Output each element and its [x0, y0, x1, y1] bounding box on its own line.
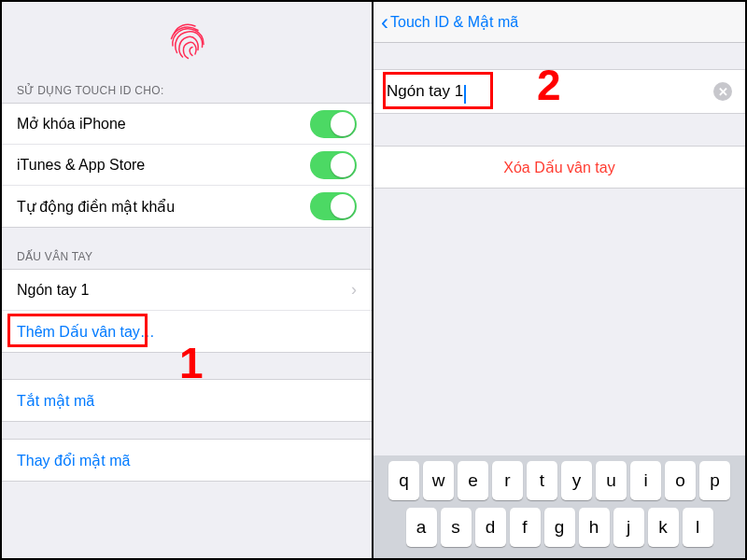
passcode-off-group: Tắt mật mã: [2, 379, 372, 422]
row-add-fingerprint[interactable]: Thêm Dấu vân tay…: [2, 311, 372, 352]
key-w[interactable]: w: [423, 461, 454, 500]
touchid-toggles-group: Mở khóa iPhone iTunes & App Store Tự độn…: [2, 103, 372, 228]
delete-label: Xóa Dấu vân tay: [374, 159, 745, 176]
chevron-left-icon: ‹: [381, 11, 388, 34]
fingerprints-group: Ngón tay 1 › Thêm Dấu vân tay…: [2, 269, 372, 353]
keyboard-row-2: a s d f g h j k l: [376, 508, 742, 547]
delete-fingerprint-button[interactable]: Xóa Dấu vân tay: [374, 146, 745, 189]
key-g[interactable]: g: [544, 508, 575, 547]
key-q[interactable]: q: [388, 461, 419, 500]
key-j[interactable]: j: [613, 508, 644, 547]
key-y[interactable]: y: [561, 461, 592, 500]
close-icon: ✕: [718, 85, 728, 99]
row-unlock-iphone[interactable]: Mở khóa iPhone: [2, 104, 372, 145]
key-o[interactable]: o: [665, 461, 696, 500]
keyboard-row-1: q w e r t y u i o p: [376, 461, 742, 500]
ios-keyboard[interactable]: q w e r t y u i o p a s d f g h j k l: [374, 455, 745, 558]
fingerprint-icon: [164, 18, 209, 63]
key-p[interactable]: p: [699, 461, 730, 500]
key-u[interactable]: u: [596, 461, 627, 500]
row-turn-off-passcode[interactable]: Tắt mật mã: [2, 380, 372, 421]
key-f[interactable]: f: [510, 508, 541, 547]
chevron-right-icon: ›: [351, 280, 357, 300]
row-link: Tắt mật mã: [17, 392, 94, 410]
back-button[interactable]: ‹ Touch ID & Mật mã: [381, 11, 518, 34]
row-label: iTunes & App Store: [17, 157, 310, 174]
row-link: Thay đổi mật mã: [17, 452, 130, 469]
key-h[interactable]: h: [579, 508, 610, 547]
tutorial-composite: SỬ DỤNG TOUCH ID CHO: Mở khóa iPhone iTu…: [0, 0, 747, 560]
key-s[interactable]: s: [441, 508, 472, 547]
back-label: Touch ID & Mật mã: [390, 13, 518, 31]
fingerprint-detail-screen: ‹ Touch ID & Mật mã Ngón tay 1 ✕ Xóa Dấu…: [374, 2, 745, 558]
row-change-passcode[interactable]: Thay đổi mật mã: [2, 440, 372, 481]
row-autofill-password[interactable]: Tự động điền mật khẩu: [2, 186, 372, 227]
fingerprint-name-text: Ngón tay 1: [387, 82, 463, 101]
settings-touchid-screen: SỬ DỤNG TOUCH ID CHO: Mở khóa iPhone iTu…: [2, 2, 374, 558]
toggle-switch[interactable]: [310, 110, 357, 138]
key-e[interactable]: e: [458, 461, 488, 500]
row-link: Thêm Dấu vân tay…: [17, 323, 155, 341]
row-label: Mở khóa iPhone: [17, 115, 310, 133]
row-itunes-appstore[interactable]: iTunes & App Store: [2, 145, 372, 186]
passcode-change-group: Thay đổi mật mã: [2, 439, 372, 482]
toggle-switch[interactable]: [310, 151, 357, 179]
key-a[interactable]: a: [406, 508, 437, 547]
fingerprint-hero: [2, 2, 372, 78]
section-header-use-touchid: SỬ DỤNG TOUCH ID CHO:: [2, 78, 372, 103]
row-label: Tự động điền mật khẩu: [17, 198, 310, 216]
fingerprint-name-row[interactable]: Ngón tay 1 ✕: [374, 69, 745, 114]
row-fingerprint-1[interactable]: Ngón tay 1 ›: [2, 270, 372, 311]
key-k[interactable]: k: [648, 508, 679, 547]
key-r[interactable]: r: [492, 461, 523, 500]
navbar: ‹ Touch ID & Mật mã: [374, 2, 745, 43]
row-label: Ngón tay 1: [17, 282, 351, 299]
clear-text-button[interactable]: ✕: [713, 82, 732, 101]
key-l[interactable]: l: [683, 508, 713, 547]
toggle-switch[interactable]: [310, 192, 357, 220]
delete-group: Xóa Dấu vân tay: [374, 146, 745, 189]
key-t[interactable]: t: [527, 461, 557, 500]
section-header-fingerprints: DẤU VÂN TAY: [2, 245, 372, 269]
key-i[interactable]: i: [630, 461, 661, 500]
text-cursor: [464, 85, 466, 104]
fingerprint-name-group: Ngón tay 1 ✕: [374, 69, 745, 114]
key-d[interactable]: d: [475, 508, 506, 547]
